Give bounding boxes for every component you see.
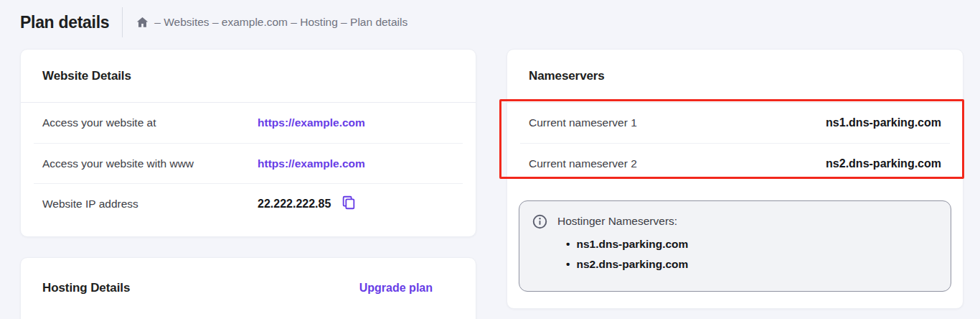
hosting-details-title: Hosting Details [42,281,130,295]
hosting-details-card: Hosting Details Upgrade plan [20,257,476,319]
page-header: Plan details – Websites – example.com – … [0,0,980,45]
row-label: Website IP address [42,198,258,211]
website-details-title: Website Details [42,69,131,83]
website-details-card: Website Details Access your website at h… [20,49,476,237]
list-item: ns2.dns-parking.com [566,254,688,274]
website-details-header: Website Details [21,50,476,103]
website-details-rows: Access your website at https://example.c… [21,103,476,223]
nameservers-list: ns1.dns-parking.com ns2.dns-parking.com [557,234,688,274]
copy-icon [341,195,357,213]
table-row: Website IP address 22.222.222.85 [34,183,463,223]
nameservers-header: Nameservers [507,50,963,103]
table-row: Current nameserver 2 ns2.dns-parking.com [520,143,950,183]
hostinger-nameservers-info-box: Hostinger Nameservers: ns1.dns-parking.c… [519,200,951,292]
table-row: Access your website at https://example.c… [34,103,463,143]
row-label: Current nameserver 2 [529,157,826,170]
breadcrumb-trail: – Websites – example.com – Hosting – Pla… [154,16,407,29]
table-row: Current nameserver 1 ns1.dns-parking.com [520,103,950,143]
info-content: Hostinger Nameservers: ns1.dns-parking.c… [557,213,688,279]
info-heading: Hostinger Nameservers: [557,213,688,228]
header-divider [122,7,123,37]
list-item: ns1.dns-parking.com [566,234,688,254]
row-label: Current nameserver 1 [529,116,826,129]
nameservers-card: Nameservers Current nameserver 1 ns1.dns… [507,49,963,309]
page-title: Plan details [20,13,109,32]
row-label: Access your website at [42,116,258,129]
nameserver-1-value: ns1.dns-parking.com [826,116,941,129]
copy-ip-button[interactable] [341,195,357,213]
website-url-link[interactable]: https://example.com [258,116,365,129]
hosting-details-header: Hosting Details Upgrade plan [21,258,476,318]
row-label: Access your website with www [42,157,258,170]
nameserver-2-value: ns2.dns-parking.com [826,157,941,170]
table-row: Access your website with www https://exa… [34,143,463,183]
info-icon [532,214,547,279]
nameservers-rows: Current nameserver 1 ns1.dns-parking.com… [507,103,963,183]
nameservers-title: Nameservers [529,69,605,83]
website-www-url-link[interactable]: https://example.com [258,157,365,170]
upgrade-plan-link[interactable]: Upgrade plan [359,282,433,295]
home-icon[interactable] [136,16,149,29]
ip-address-value: 22.222.222.85 [258,198,331,211]
breadcrumb: – Websites – example.com – Hosting – Pla… [136,16,407,29]
